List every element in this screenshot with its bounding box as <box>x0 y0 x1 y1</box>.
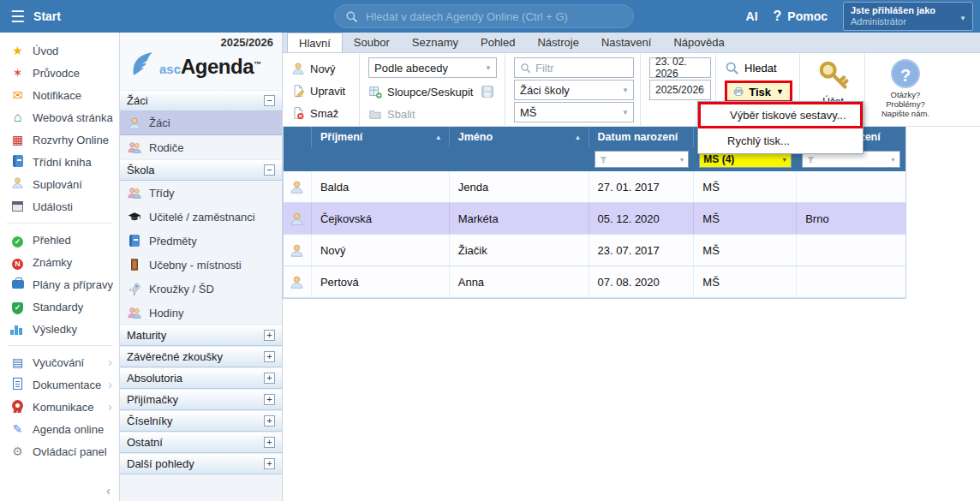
sidebar-item-znamky[interactable]: N Známky <box>0 251 119 273</box>
panel-item-tridy[interactable]: Třídy <box>120 181 282 205</box>
menu-item-rychly-tisk[interactable]: Rychlý tisk... <box>698 128 863 153</box>
collapse-button[interactable]: Sbalit <box>368 103 498 125</box>
delete-button[interactable]: Smaž <box>291 102 352 124</box>
tab-napoveda[interactable]: Nápověda <box>662 33 735 52</box>
class-select[interactable]: MŠ ▼ <box>514 102 634 122</box>
panel-item-predmety[interactable]: Předměty <box>120 229 282 253</box>
section-header-prijimacky[interactable]: Přijímačky + <box>120 389 282 410</box>
global-search-input[interactable] <box>366 10 614 23</box>
logged-in-user-menu[interactable]: Jste přihlášen jako Administrátor ▼ <box>843 2 973 31</box>
section-label: Ostatní <box>127 436 163 449</box>
section-header-absolutoria[interactable]: Absolutoria + <box>120 367 282 389</box>
section-header-skola[interactable]: Škola − <box>120 159 282 181</box>
sidebar-item-vyucovani[interactable]: ▤ Vyučování › <box>0 351 119 373</box>
cell-class: MŠ <box>694 171 797 202</box>
chevron-right-icon: › <box>108 355 112 369</box>
subject-book-icon <box>127 235 142 247</box>
new-label: Nový <box>310 63 336 75</box>
table-row[interactable]: Balda Jenda 27. 01. 2017 MŠ <box>284 171 905 203</box>
collapse-minus-icon[interactable]: − <box>264 95 275 106</box>
sidebar-item-webova-stranka[interactable]: ⌂ Webová stránka <box>0 106 119 128</box>
panel-item-ucitele[interactable]: Učitelé / zaměstnanci <box>120 205 282 229</box>
sidebar-item-agenda-online[interactable]: ✎ Agenda online <box>0 418 119 440</box>
sidebar-item-plany-a-pripravy[interactable]: Plány a přípravy <box>0 273 119 295</box>
menu-item-vyber-tiskove-sestavy[interactable]: Výběr tiskové sestavy... <box>698 102 863 128</box>
scope-select[interactable]: Žáci školy ▼ <box>514 80 634 100</box>
edit-button[interactable]: Upravit <box>291 80 352 102</box>
panel-item-zaci[interactable]: Žáci <box>120 111 282 135</box>
module-panel: 2025/2026 asc Agenda ™ Žáci − Žáci Rodič… <box>120 33 283 501</box>
expand-plus-icon[interactable]: + <box>264 437 275 448</box>
collapse-minus-icon[interactable]: − <box>264 164 275 176</box>
tab-nastaveni[interactable]: Nastavení <box>590 33 663 52</box>
chevron-down-icon: ▼ <box>485 64 492 72</box>
table-row-selected[interactable]: Čejkovská Markéta 05. 12. 2020 MŠ Brno <box>284 203 905 235</box>
tab-hlavni[interactable]: Hlavní <box>287 33 343 52</box>
table-row[interactable]: Nový Žiačik 23. 07. 2017 MŠ <box>284 235 905 266</box>
hamburger-menu-icon[interactable]: ☰ <box>10 7 25 27</box>
ai-button[interactable]: AI <box>746 9 758 23</box>
year-select[interactable]: 2025/2026 ▼ <box>649 80 711 100</box>
birth-date-filter[interactable]: ▼ <box>595 151 690 168</box>
table-row[interactable]: Pertová Anna 07. 08. 2020 MŠ <box>284 266 905 298</box>
question-circle-icon[interactable]: ? <box>891 59 920 88</box>
sidebar-item-notifikace[interactable]: ✉ Notifikace <box>0 84 119 106</box>
contact-support-group[interactable]: ? Otázky? Problémy? Napište nám. <box>865 53 944 126</box>
section-header-dalsi-pohledy[interactable]: Další pohledy + <box>120 453 282 474</box>
expand-plus-icon[interactable]: + <box>264 458 275 469</box>
sidebar-item-rozvrhy-online[interactable]: ▦ Rozvrhy Online <box>0 128 119 151</box>
sidebar-collapse-button[interactable]: ‹ <box>106 483 111 498</box>
panel-item-rodice[interactable]: Rodiče <box>120 135 282 159</box>
section-header-maturity[interactable]: Maturity + <box>120 325 282 346</box>
date-field[interactable]: 23. 02. 2026 <box>649 57 711 78</box>
substitution-person-icon <box>10 176 25 192</box>
section-label: Číselníky <box>127 415 172 427</box>
expand-plus-icon[interactable]: + <box>264 394 275 405</box>
section-header-ciselniky[interactable]: Číselníky + <box>120 410 282 432</box>
filter-field[interactable] <box>514 57 634 78</box>
column-header-surname[interactable]: Příjmení ▲ <box>312 127 450 147</box>
column-header-birth-date[interactable]: Datum narození <box>589 127 695 147</box>
expand-plus-icon[interactable]: + <box>264 330 275 341</box>
tab-pohled[interactable]: Pohled <box>469 33 526 52</box>
briefcase-icon <box>10 277 25 291</box>
sidebar-item-uvod[interactable]: ★ Úvod <box>0 39 119 62</box>
expand-plus-icon[interactable]: + <box>264 415 275 426</box>
section-header-zaverecne-zkousky[interactable]: Závěrečné zkoušky + <box>120 346 282 367</box>
new-button[interactable]: Nový <box>291 57 352 80</box>
sort-select[interactable]: Podle abecedy ▼ <box>368 57 497 78</box>
panel-item-label: Žáci <box>149 116 170 129</box>
sidebar-item-dokumentace[interactable]: Dokumentace › <box>0 373 119 396</box>
sidebar-item-vysledky[interactable]: Výsledky <box>0 318 119 340</box>
sidebar-item-standardy[interactable]: ✓ Standardy <box>0 295 119 318</box>
sidebar-item-prehled[interactable]: ✓ Přehled <box>0 229 119 251</box>
sidebar-item-suplovani[interactable]: Suplování <box>0 173 119 195</box>
search-button[interactable]: Hledat <box>725 57 792 78</box>
tab-nastroje[interactable]: Nástroje <box>526 33 589 52</box>
print-button[interactable]: Tisk ▼ <box>725 81 792 103</box>
expand-plus-icon[interactable]: + <box>264 373 275 384</box>
sidebar-item-udalosti[interactable]: Události <box>0 195 119 218</box>
sidebar-item-ovladaci-panel[interactable]: ⚙ Ovládací panel <box>0 440 119 462</box>
panel-item-ucebny[interactable]: Učebny - místnosti <box>120 253 282 277</box>
section-label: Žáci <box>127 94 148 107</box>
save-layout-icon[interactable] <box>481 85 494 98</box>
sidebar-item-tridni-kniha[interactable]: Třídní kniha <box>0 151 119 173</box>
global-search[interactable] <box>334 4 634 28</box>
search-label: Hledat <box>744 62 777 75</box>
expand-plus-icon[interactable]: + <box>264 351 275 362</box>
columns-group-button[interactable]: Sloupce/Seskupit <box>368 81 498 103</box>
tab-soubor[interactable]: Soubor <box>343 33 401 52</box>
start-button[interactable]: Start <box>33 9 61 23</box>
tab-seznamy[interactable]: Seznamy <box>401 33 469 52</box>
help-button[interactable]: ? Pomoc <box>774 9 828 24</box>
section-header-ostatni[interactable]: Ostatní + <box>120 432 282 453</box>
filter-input[interactable] <box>535 62 621 75</box>
sidebar-item-komunikace[interactable]: Komunikace › <box>0 396 119 418</box>
panel-item-hodiny[interactable]: Hodiny <box>120 301 282 325</box>
sidebar-item-pruvodce[interactable]: ✶ Průvodce <box>0 62 119 84</box>
panel-item-krouzky[interactable]: Kroužky / ŠD <box>120 277 282 301</box>
new-person-icon <box>291 62 305 75</box>
column-header-name[interactable]: Jméno ▲ <box>450 127 589 147</box>
section-header-zaci[interactable]: Žáci − <box>120 90 282 111</box>
